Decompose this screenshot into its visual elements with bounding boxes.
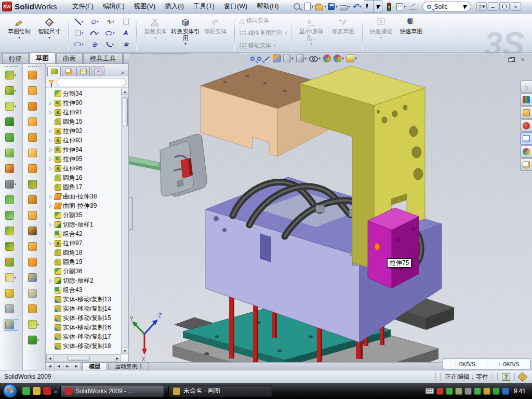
last-tab-icon[interactable]: ▶	[72, 363, 81, 370]
tray-icon[interactable]	[446, 388, 453, 395]
help-button[interactable]: ?▾	[476, 2, 487, 11]
surface-tool-button[interactable]	[27, 194, 42, 205]
feature-tool-button[interactable]	[4, 241, 19, 252]
taskbar-clock[interactable]: 9:41	[514, 388, 526, 395]
feature-tree-item[interactable]: 圆角19	[46, 257, 121, 267]
expand-arrow-icon[interactable]: ▷	[48, 278, 53, 283]
feature-tree-item[interactable]: ▷ 拉伸93	[46, 136, 121, 145]
expand-arrow-icon[interactable]: ▷	[48, 101, 53, 105]
rectangle-tool[interactable]: ▾	[71, 28, 87, 39]
feature-manager-tree-tab[interactable]	[47, 66, 61, 76]
feature-tree-item[interactable]: ▷ 拉伸90	[46, 98, 121, 108]
surface-tool-button[interactable]	[27, 85, 42, 96]
search-input[interactable]	[433, 3, 460, 11]
surface-tool-button[interactable]	[27, 210, 42, 221]
trim-entities-button[interactable]: 剪裁实体 ▾	[141, 15, 170, 51]
restore-button[interactable]	[499, 2, 510, 11]
select-tool-button[interactable]: ▾	[364, 0, 382, 13]
surface-tool-button[interactable]	[27, 148, 42, 158]
scroll-left-icon[interactable]: ◀	[46, 355, 54, 362]
feature-tree-item[interactable]: 实体-移动/复制18	[46, 341, 121, 351]
feature-tool-button[interactable]: ▾	[4, 272, 19, 283]
view-settings-icon[interactable]: ▾	[347, 55, 357, 62]
feature-tree-item[interactable]: ▷ 拉伸94	[46, 145, 121, 154]
quick-launch-icon[interactable]	[43, 387, 51, 395]
expand-arrow-icon[interactable]: ▷	[48, 166, 53, 171]
configuration-manager-tab[interactable]	[76, 66, 90, 76]
display-style-icon[interactable]: ▾	[296, 55, 307, 62]
feature-tree-item[interactable]: ▷ 拉伸96	[46, 164, 121, 173]
expand-arrow-icon[interactable]: ▷	[48, 157, 53, 162]
start-button[interactable]	[3, 384, 17, 398]
design-checker-button[interactable]: ▾	[396, 2, 406, 12]
convert-entities-button[interactable]: 转换实体引用 ▾	[171, 15, 200, 51]
tray-icon[interactable]	[493, 388, 500, 395]
tray-icon[interactable]	[483, 388, 490, 395]
doc-close-button[interactable]: ×	[517, 56, 528, 64]
feature-tree-item[interactable]: ▷ 拉伸91	[46, 108, 121, 117]
tray-icon[interactable]	[455, 388, 462, 395]
smart-dimension-button[interactable]: 智能尺寸 ▾	[35, 15, 64, 51]
scroll-thumb[interactable]	[123, 97, 128, 127]
panel-chevron-icon[interactable]: »	[118, 69, 127, 76]
tray-icon[interactable]	[474, 388, 481, 395]
part-slide-insert[interactable]	[129, 134, 207, 196]
sketch-text-tool[interactable]: A	[118, 28, 134, 39]
open-file-button[interactable]: ▾	[315, 2, 326, 12]
surface-tool-button[interactable]	[27, 225, 42, 236]
feature-tree-item[interactable]: 圆角17	[46, 182, 121, 192]
minimize-button[interactable]: –	[488, 2, 498, 11]
close-button[interactable]: ×	[511, 2, 521, 11]
pen-gesture-icon[interactable]	[408, 2, 418, 12]
model-canvas[interactable]: Y Z X	[129, 54, 532, 362]
feature-tree-item[interactable]: 组合42	[46, 229, 121, 238]
selection-box-tool[interactable]	[118, 16, 134, 28]
feature-tool-button[interactable]	[4, 225, 19, 236]
linear-sketch-pattern-button[interactable]: 线性草图阵列 ▾	[237, 29, 288, 37]
sketch-fillet-tool[interactable]: ▾	[102, 39, 118, 50]
feature-tool-button[interactable]	[4, 116, 19, 127]
quick-tips-icon[interactable]: ?	[502, 373, 510, 381]
zoom-area-icon[interactable]	[257, 57, 261, 61]
keyboard-layout-icon[interactable]	[425, 388, 434, 394]
view-orientation-icon[interactable]: ▾	[283, 55, 294, 62]
feature-tree-item[interactable]: 分割36	[46, 267, 121, 276]
menu-item[interactable]: 工具(T)	[189, 1, 219, 12]
feature-tree-item[interactable]: 分割34	[46, 89, 121, 98]
feature-tool-button[interactable]: ▾	[4, 101, 19, 112]
display-delete-relations-button[interactable]: 6↓ 显示/删除几... ▾	[296, 15, 328, 51]
feature-tool-button[interactable]	[4, 319, 19, 331]
quick-launch-icon[interactable]	[22, 387, 30, 395]
tree-vertical-scrollbar[interactable]: ▲ ▼	[121, 88, 128, 354]
apply-scene-icon[interactable]: ▾	[334, 55, 344, 62]
feature-tool-button[interactable]	[4, 257, 19, 268]
view-palette-icon[interactable]	[520, 132, 532, 145]
feature-tree-item[interactable]: 圆角16	[46, 173, 121, 182]
tray-icon[interactable]	[436, 388, 444, 395]
ribbon-tab[interactable]: 模具工具	[83, 53, 123, 63]
ellipse-tool[interactable]: ▾	[102, 28, 118, 39]
scroll-right-icon[interactable]: ▶	[114, 355, 121, 362]
expand-arrow-icon[interactable]: ▷	[48, 129, 53, 134]
surface-tool-button[interactable]	[27, 288, 42, 299]
surface-tool-button[interactable]	[27, 241, 42, 252]
tree-horizontal-scrollbar[interactable]: ◀ ▶	[46, 354, 121, 362]
feature-tool-button[interactable]	[4, 303, 19, 314]
tag-icon[interactable]	[517, 372, 527, 381]
scroll-up-icon[interactable]: ▲	[122, 88, 129, 95]
resources-home-icon[interactable]: ⌂	[520, 81, 532, 93]
surface-tool-button[interactable]	[27, 179, 42, 190]
feature-tool-button[interactable]	[4, 194, 19, 205]
ribbon-tab[interactable]: 草图	[29, 52, 56, 63]
feature-tree-item[interactable]: 组合43	[46, 285, 121, 295]
print-button[interactable]: ▾	[340, 2, 350, 12]
hide-show-items-icon[interactable]: ▾	[309, 56, 321, 61]
menu-item[interactable]: 文件(F)	[68, 1, 98, 12]
model-tab[interactable]: 模型	[82, 363, 107, 370]
feature-tree-item[interactable]: 分割35	[46, 210, 121, 220]
surface-tool-button[interactable]	[27, 116, 42, 127]
magic-wand-icon[interactable]	[264, 58, 270, 59]
feature-tree-item[interactable]: 圆角18	[46, 248, 121, 257]
line-tool[interactable]: ▾	[71, 16, 87, 28]
expand-arrow-icon[interactable]: ▷	[48, 138, 53, 143]
